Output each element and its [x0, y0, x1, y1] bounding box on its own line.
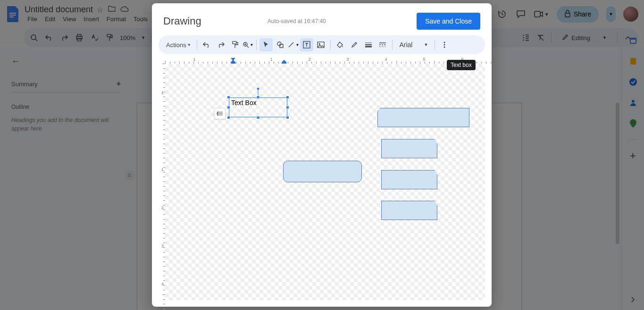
shape-tool-icon[interactable]: [274, 38, 287, 51]
ruler-num: 5: [423, 57, 425, 62]
image-tool-icon[interactable]: [314, 38, 327, 51]
actions-label: Actions: [166, 41, 186, 49]
textbox-shape[interactable]: Text Box: [229, 98, 287, 117]
toolbar-separator: [435, 40, 435, 50]
format-paint-icon[interactable]: [228, 38, 242, 51]
ruler-num: 1: [161, 90, 164, 95]
ruler-num: 4: [385, 57, 387, 62]
ruler-num: 4: [161, 282, 164, 286]
modal-title: Drawing: [163, 15, 201, 27]
border-weight-icon[interactable]: [362, 38, 375, 51]
select-tool-icon[interactable]: [259, 38, 273, 51]
resize-handle-tm[interactable]: [257, 96, 260, 99]
redo-icon[interactable]: [214, 38, 227, 51]
shape-snip2sr[interactable]: [381, 170, 437, 189]
drawing-canvas[interactable]: Text Box: [165, 64, 485, 300]
canvas-wrap: 1 1 2 3 4 5 6 1 1 2 3 4 Text Box: [159, 57, 485, 300]
ruler-num: 1: [193, 57, 195, 62]
border-dash-icon[interactable]: [376, 38, 389, 51]
modal-header: Drawing Auto-saved at 16:47:40 Save and …: [152, 3, 492, 35]
rotate-handle[interactable]: [257, 87, 260, 90]
font-name: Arial: [399, 41, 412, 49]
resize-handle-bl[interactable]: [227, 116, 230, 119]
undo-icon[interactable]: [200, 38, 213, 51]
ruler-num: 1: [161, 167, 164, 172]
drawing-toolbar: Actions▼ ▼ ▼ Arial ▼: [159, 35, 485, 54]
textbox-tooltip: Text box: [447, 60, 476, 70]
toolbar-separator: [330, 40, 331, 50]
svg-point-24: [444, 44, 445, 46]
resize-handle-br[interactable]: [286, 116, 289, 119]
more-icon[interactable]: [438, 38, 451, 51]
textbox-content[interactable]: Text Box: [229, 98, 287, 117]
toolbar-separator: [256, 40, 257, 50]
svg-point-23: [444, 42, 445, 43]
line-tool-icon[interactable]: ▼: [288, 38, 299, 51]
resize-handle-bm[interactable]: [257, 116, 260, 119]
svg-rect-19: [280, 44, 283, 48]
resize-handle-mr[interactable]: [286, 106, 289, 109]
save-and-close-button[interactable]: Save and Close: [417, 13, 480, 30]
font-select[interactable]: Arial ▼: [395, 41, 432, 49]
resize-handle-tr[interactable]: [286, 96, 289, 99]
resize-handle-ml[interactable]: [227, 106, 230, 109]
drawing-ruler-vertical[interactable]: 1 1 2 3 4: [159, 64, 165, 300]
svg-point-18: [277, 42, 281, 46]
zoom-icon[interactable]: ▼: [243, 38, 254, 51]
toolbar-separator: [392, 40, 393, 50]
shape-snip2sr[interactable]: [381, 139, 437, 158]
drawing-ruler-horizontal[interactable]: 1 1 2 3 4 5 6: [165, 57, 485, 64]
indent-marker-right[interactable]: [282, 60, 286, 64]
shape-rounded-rect[interactable]: [283, 161, 362, 182]
svg-point-25: [444, 47, 445, 48]
ruler-num: 3: [346, 57, 349, 62]
textbox-option-button[interactable]: [214, 108, 226, 119]
autosave-text: Auto-saved at 16:47:40: [268, 18, 407, 24]
textbox-tool-icon[interactable]: [300, 38, 313, 51]
actions-menu[interactable]: Actions▼: [163, 40, 194, 50]
resize-handle-tl[interactable]: [227, 96, 230, 99]
fill-color-icon[interactable]: [334, 38, 347, 51]
ruler-num: 1: [270, 57, 272, 62]
ruler-num: 2: [308, 57, 310, 62]
drawing-modal: Drawing Auto-saved at 16:47:40 Save and …: [152, 3, 492, 307]
border-color-icon[interactable]: [348, 38, 361, 51]
chevron-down-icon: ▼: [424, 42, 428, 47]
shape-snip1[interactable]: [377, 108, 469, 127]
shape-snip2sr[interactable]: [381, 201, 437, 220]
svg-rect-16: [233, 41, 236, 44]
toolbar-separator: [197, 40, 197, 50]
